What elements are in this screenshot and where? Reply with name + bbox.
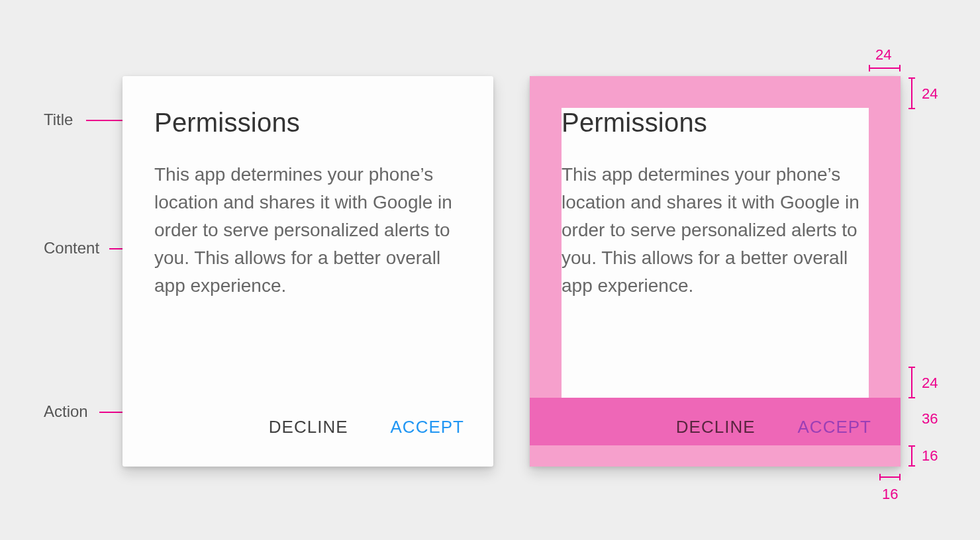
anno-action-label: Action	[44, 402, 88, 421]
accept-button[interactable]: ACCEPT	[383, 408, 472, 447]
dialog-example-redline: Permissions This app determines your pho…	[530, 76, 901, 467]
dim-bracket-bot-v	[908, 445, 915, 467]
dialog-title: Permissions	[562, 108, 707, 138]
anno-title-label: Title	[44, 111, 73, 129]
dialog-title: Permissions	[154, 108, 300, 138]
dialog-example-clean: Permissions This app determines your pho…	[122, 76, 493, 467]
accept-button[interactable]: ACCEPT	[790, 408, 879, 447]
dim-label-action-h: 36	[922, 410, 938, 428]
dim-label-bot-h: 16	[882, 486, 898, 503]
dim-label-bot-v: 16	[922, 447, 938, 465]
decline-button[interactable]: DECLINE	[668, 408, 763, 447]
dialog-actions: DECLINE ACCEPT	[122, 398, 493, 467]
anno-content-label: Content	[44, 239, 99, 257]
dialog-content: This app determines your phone’s locatio…	[154, 161, 462, 300]
dim-bracket-top-h	[869, 65, 901, 71]
decline-button[interactable]: DECLINE	[261, 408, 356, 447]
dim-label-top-h: 24	[875, 46, 891, 64]
dialog-content: This app determines your phone’s locatio…	[562, 161, 869, 300]
dim-bracket-bot-h	[879, 474, 901, 480]
dim-bracket-top-v	[908, 77, 915, 109]
dim-bracket-mid-v	[908, 367, 915, 398]
dim-label-mid-v: 24	[922, 375, 938, 392]
dim-label-top-v: 24	[922, 85, 938, 103]
dialog-actions: DECLINE ACCEPT	[530, 398, 901, 467]
